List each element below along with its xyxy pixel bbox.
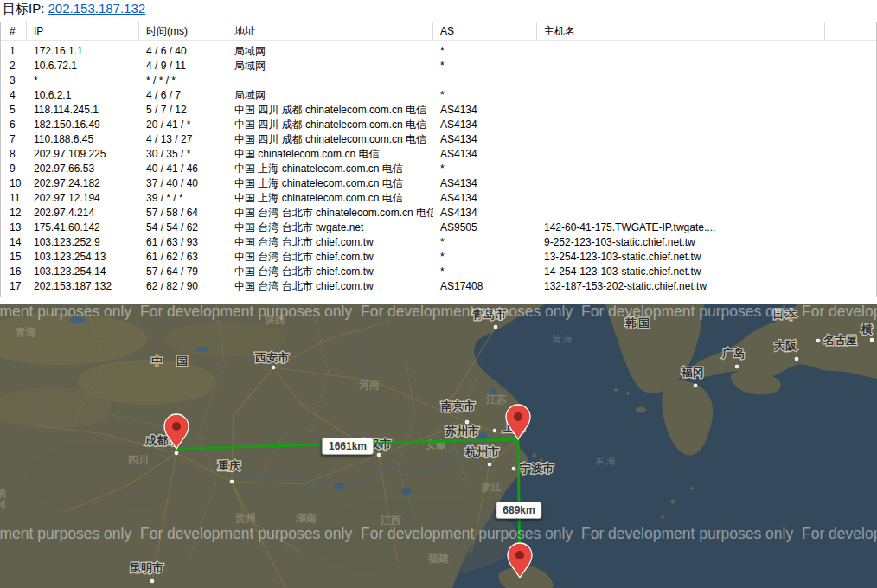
- table-row[interactable]: 6182.150.16.4920 / 41 / *中国 四川 成都 chinat…: [1, 118, 876, 132]
- table-cell: [537, 132, 825, 147]
- table-cell: 17: [1, 279, 27, 294]
- table-cell: [537, 118, 825, 132]
- table-cell: *: [433, 250, 537, 265]
- city-dot: [869, 337, 874, 342]
- table-cell: 13: [1, 220, 27, 235]
- table-row[interactable]: 12202.97.4.21457 / 58 / 64中国 台湾 台北市 chin…: [1, 206, 876, 220]
- table-cell: 132-187-153-202-static.chief.net.tw: [537, 279, 825, 294]
- table-cell: 9-252-123-103-static.chief.net.tw: [537, 235, 825, 250]
- table-cell: 54 / 54 / 62: [139, 220, 227, 235]
- province-label: 湖南: [296, 512, 317, 524]
- table-cell: 6: [1, 118, 27, 132]
- province-label: 四川: [128, 454, 149, 466]
- table-cell: 中国 上海 chinatelecom.com.cn 电信: [227, 162, 433, 176]
- table-header: #IP时间(ms)地址AS主机名: [1, 22, 876, 41]
- table-cell: 11: [1, 191, 27, 206]
- table-cell: 39 / * / *: [139, 191, 227, 206]
- city-dot: [487, 462, 492, 467]
- table-cell: 14: [1, 235, 27, 250]
- map-watermark: For development purposes only: [140, 525, 352, 542]
- map-watermark: For development purposes only: [0, 304, 131, 320]
- table-row[interactable]: 5118.114.245.15 / 7 / 12中国 四川 成都 chinate…: [1, 103, 876, 118]
- map-watermark: For development purposes only: [361, 525, 573, 542]
- table-cell: [537, 176, 825, 191]
- sea-label: 东海: [595, 456, 618, 466]
- table-cell: 30 / 35 / *: [139, 147, 227, 162]
- table-cell: 10: [1, 176, 27, 191]
- province-label: 贵州: [234, 512, 256, 524]
- sea-labels: 黄海东海: [552, 334, 618, 466]
- table-cell: 202.97.12.194: [27, 191, 139, 206]
- table-cell: 142-60-41-175.TWGATE-IP.twgate....: [537, 220, 825, 235]
- table-cell: 9: [1, 162, 27, 176]
- table-row[interactable]: 3** / * / *: [1, 74, 876, 88]
- table-cell: 4 / 6 / 40: [139, 44, 227, 59]
- table-row[interactable]: 15103.123.254.1361 / 62 / 63中国 台湾 台北市 ch…: [1, 250, 876, 265]
- table-row[interactable]: 9202.97.66.5340 / 41 / 46中国 上海 chinatele…: [1, 162, 876, 176]
- target-ip-label: 目标IP:: [3, 1, 48, 16]
- table-cell: 182.150.16.49: [27, 118, 139, 132]
- table-row[interactable]: 13175.41.60.14254 / 54 / 62中国 台湾 台北市 twg…: [1, 220, 876, 235]
- table-cell: 中国 四川 成都 chinatelecom.com.cn 电信: [227, 103, 433, 118]
- table-cell: *: [433, 265, 537, 279]
- route-map[interactable]: 黄海东海 青海陕西河南江苏安徽浙江湖南江西贵州四川福建纳邦 西安市青岛市南京市苏…: [0, 304, 877, 588]
- table-row[interactable]: 14103.123.252.961 / 63 / 93中国 台湾 台北市 chi…: [1, 235, 876, 250]
- province-label: 邦: [0, 499, 6, 511]
- column-header-5[interactable]: 主机名: [537, 22, 825, 40]
- column-header-1[interactable]: IP: [27, 22, 139, 40]
- city-label: 名古屋: [823, 334, 857, 347]
- map-watermark: For development purposes only: [140, 304, 352, 320]
- table-row[interactable]: 11202.97.12.19439 / * / *中国 上海 chinatele…: [1, 191, 876, 206]
- table-cell: AS4134: [433, 176, 537, 191]
- province-label: 福建: [427, 553, 449, 565]
- table-cell: [537, 88, 825, 103]
- city-dot: [734, 364, 739, 369]
- table-cell: 1: [1, 44, 27, 59]
- city-label: 福冈: [681, 366, 704, 379]
- table-cell: 16: [1, 265, 27, 279]
- target-ip-link[interactable]: 202.153.187.132: [48, 1, 146, 16]
- column-header-3[interactable]: 地址: [227, 22, 433, 40]
- table-cell: 14-254-123-103-static.chief.net.tw: [537, 265, 825, 279]
- table-row[interactable]: 17202.153.187.13262 / 82 / 90中国 台湾 台北市 c…: [1, 279, 876, 294]
- column-header-4[interactable]: AS: [433, 22, 537, 40]
- best-trace-app: { "colors":{ "link":"#0a5dc2", "sea":"#3…: [0, 0, 877, 588]
- table-cell: 202.153.187.132: [27, 279, 139, 294]
- column-header-filler: [825, 22, 876, 40]
- trace-table: #IP时间(ms)地址AS主机名 1172.16.1.14 / 6 / 40局域…: [0, 22, 877, 297]
- table-cell: *: [433, 162, 537, 176]
- table-row[interactable]: 7110.188.6.454 / 13 / 27中国 四川 成都 chinate…: [1, 132, 876, 147]
- column-header-0[interactable]: #: [1, 22, 27, 40]
- table-cell: 20 / 41 / *: [139, 118, 227, 132]
- country-label: 中国: [151, 355, 202, 368]
- table-cell: [537, 191, 825, 206]
- table-row[interactable]: 8202.97.109.22530 / 35 / *中国 chinateleco…: [1, 147, 876, 162]
- table-cell: 57 / 58 / 64: [139, 206, 227, 220]
- table-cell: [537, 147, 825, 162]
- table-row[interactable]: 16103.123.254.1457 / 64 / 79中国 台湾 台北市 ch…: [1, 265, 876, 279]
- table-row[interactable]: 10202.97.24.18237 / 40 / 40中国 上海 chinate…: [1, 176, 876, 191]
- distance-label: 1661km: [322, 438, 374, 455]
- table-cell: 15: [1, 250, 27, 265]
- table-cell: 4: [1, 88, 27, 103]
- table-cell: 7: [1, 132, 27, 147]
- map-watermark: For development purposes only: [802, 525, 877, 542]
- table-cell: AS4134: [433, 147, 537, 162]
- table-cell: 中国 上海 chinatelecom.com.cn 电信: [227, 191, 433, 206]
- table-row[interactable]: 410.6.2.14 / 6 / 7局域网*: [1, 88, 876, 103]
- table-cell: 202.97.109.225: [27, 147, 139, 162]
- table-row[interactable]: 1172.16.1.14 / 6 / 40局域网*: [1, 44, 876, 59]
- table-cell: AS4134: [433, 118, 537, 132]
- table-cell: AS17408: [433, 279, 537, 294]
- table-cell: 5 / 7 / 12: [139, 103, 227, 118]
- column-header-2[interactable]: 时间(ms): [139, 22, 227, 40]
- table-row[interactable]: 210.6.72.14 / 9 / 11局域网*: [1, 59, 876, 74]
- map-watermark: For development purposes only: [361, 304, 573, 320]
- table-cell: 13-254-123-103-static.chief.net.tw: [537, 250, 825, 265]
- city-label: 杭州市: [464, 445, 499, 458]
- table-cell: 202.97.24.182: [27, 176, 139, 191]
- city-dot: [816, 338, 821, 343]
- table-cell: 4 / 9 / 11: [139, 59, 227, 74]
- map-canvas: 黄海东海 青海陕西河南江苏安徽浙江湖南江西贵州四川福建纳邦 西安市青岛市南京市苏…: [0, 304, 877, 588]
- table-cell: AS4134: [433, 103, 537, 118]
